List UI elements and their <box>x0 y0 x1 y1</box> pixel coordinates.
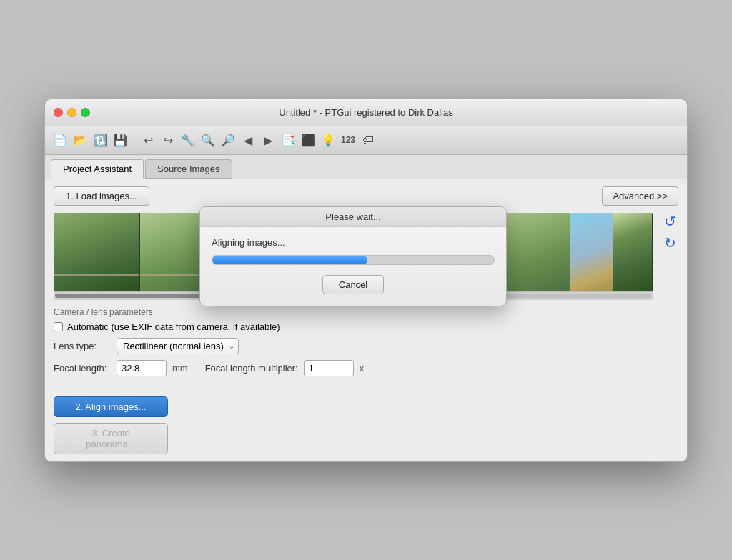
tabs-bar: Project Assistant Source Images <box>45 155 687 179</box>
modal-status: Aligning images... <box>212 237 495 248</box>
modal-body: Aligning images... Cancel <box>200 227 506 306</box>
tab-project-assistant[interactable]: Project Assistant <box>51 159 144 179</box>
focal-multiplier-unit: x <box>360 363 365 374</box>
images-strip-wrapper: Please wait... Aligning images... Cancel <box>54 213 653 300</box>
align-images-button[interactable]: 2. Align images... <box>54 396 168 417</box>
bulb-icon[interactable]: 💡 <box>319 131 337 149</box>
refresh-icon[interactable]: 🔃 <box>91 131 109 149</box>
redo-button[interactable]: ↻ <box>661 234 678 251</box>
focal-multiplier-label: Focal length multiplier: <box>205 363 298 374</box>
numbers-icon[interactable]: 123 <box>339 131 357 149</box>
zoom-in-icon[interactable]: 🔍 <box>199 131 217 149</box>
tag-icon[interactable]: 🏷 <box>359 131 377 149</box>
open-icon[interactable]: 📂 <box>71 131 89 149</box>
focal-length-unit: mm <box>172 363 188 374</box>
tab-source-images[interactable]: Source Images <box>145 159 232 179</box>
focal-length-input[interactable] <box>117 360 167 376</box>
images-area: Please wait... Aligning images... Cancel <box>54 213 678 300</box>
cancel-button[interactable]: Cancel <box>322 275 384 294</box>
modal-title: Please wait... <box>200 207 506 227</box>
modal-overlay: Please wait... Aligning images... Cancel <box>54 213 653 300</box>
main-window: Untitled * - PTGui registered to Dirk Da… <box>44 99 688 462</box>
auto-exif-label: Automatic (use EXIF data from camera, if… <box>67 321 280 332</box>
lens-type-label: Lens type: <box>54 341 111 351</box>
auto-exif-checkbox[interactable] <box>54 322 63 331</box>
next-icon[interactable]: ▶ <box>259 131 277 149</box>
minimize-button[interactable] <box>67 108 76 117</box>
undo-redo-group: ↺ ↻ <box>661 213 678 251</box>
settings-icon[interactable]: 🔧 <box>179 131 197 149</box>
save-icon[interactable]: 💾 <box>111 131 129 149</box>
zoom-out-icon[interactable]: 🔎 <box>219 131 237 149</box>
undo-icon[interactable]: ↩ <box>139 131 157 149</box>
toolbar: 📄 📂 🔃 💾 ↩ ↪ 🔧 🔍 🔎 ◀ ▶ 📑 ⬛ 💡 123 🏷 <box>45 126 687 155</box>
titlebar: Untitled * - PTGui registered to Dirk Da… <box>45 99 687 126</box>
camera-lens-section: Camera / lens parameters Automatic (use … <box>54 301 678 388</box>
advanced-button[interactable]: Advanced >> <box>602 186 678 206</box>
create-panorama-button: 3. Create panorama... <box>54 423 168 454</box>
grid-icon[interactable]: ⬛ <box>299 131 317 149</box>
copy-icon[interactable]: 📑 <box>279 131 297 149</box>
auto-exif-row: Automatic (use EXIF data from camera, if… <box>54 321 678 332</box>
top-action-row: 1. Load images... Advanced >> <box>54 186 678 206</box>
undo-button[interactable]: ↺ <box>661 213 678 230</box>
lens-type-row: Lens type: Rectilinear (normal lens) ⌄ <box>54 338 678 354</box>
focal-multiplier-input[interactable] <box>304 360 354 376</box>
progress-bar-track <box>212 255 495 265</box>
toolbar-separator-1 <box>134 133 134 147</box>
camera-section-title: Camera / lens parameters <box>54 307 678 317</box>
modal-cancel-row: Cancel <box>212 275 495 294</box>
window-title: Untitled * - PTGui registered to Dirk Da… <box>279 107 452 118</box>
maximize-button[interactable] <box>81 108 90 117</box>
close-button[interactable] <box>54 108 63 117</box>
content-area: 1. Load images... Advanced >> <box>45 179 687 461</box>
prev-icon[interactable]: ◀ <box>239 131 257 149</box>
steps-section: 2. Align images... 3. Create panorama... <box>54 396 678 454</box>
lens-type-select[interactable]: Rectilinear (normal lens) <box>117 338 239 354</box>
new-icon[interactable]: 📄 <box>51 131 69 149</box>
focal-length-row: Focal length: mm Focal length multiplier… <box>54 360 678 376</box>
load-images-button[interactable]: 1. Load images... <box>54 186 149 206</box>
focal-length-label: Focal length: <box>54 363 111 374</box>
redo-icon[interactable]: ↪ <box>159 131 177 149</box>
progress-modal: Please wait... Aligning images... Cancel <box>199 206 507 306</box>
progress-bar-fill <box>212 256 367 264</box>
lens-type-select-wrapper: Rectilinear (normal lens) ⌄ <box>117 338 239 354</box>
traffic-lights <box>54 108 90 117</box>
